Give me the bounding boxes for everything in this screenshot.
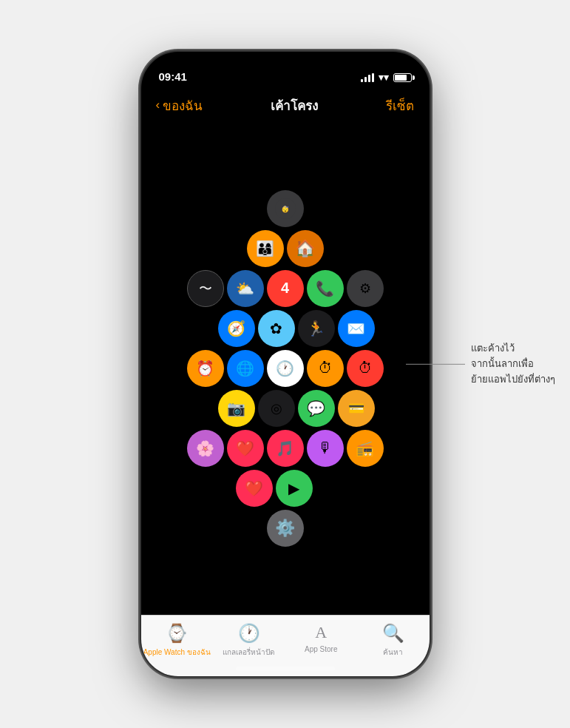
nav-bar: ‹ ของฉัน เค้าโครง รีเซ็ต (141, 89, 430, 121)
app-icon-timer[interactable]: ⏱ (307, 350, 344, 387)
home-indicator (236, 667, 335, 670)
app-icon-sleep[interactable]: 😴 (267, 190, 304, 227)
app-store-tab-icon: A (315, 623, 327, 642)
app-icon-home[interactable]: 🏠 (287, 230, 324, 267)
app-icon-weather[interactable]: ⛅ (227, 270, 264, 307)
app-icon-messages[interactable]: 💬 (298, 390, 335, 427)
app-icon-tv[interactable]: ▶ (276, 470, 313, 507)
tab-item-search[interactable]: 🔍 ค้นหา (357, 623, 430, 658)
app-store-tab-label: App Store (305, 645, 337, 653)
app-row-6: 📷 ◎ 💬 💳 (218, 390, 375, 427)
app-icon-phone[interactable]: 📞 (307, 270, 344, 307)
app-icon-activity-rings[interactable]: ◎ (258, 390, 295, 427)
app-row-5: ⏰ 🌐 🕐 ⏱ ⏱ (187, 350, 384, 387)
svg-text:😴: 😴 (282, 205, 289, 212)
phone-frame: 09:41 ▾▾ ‹ ของฉัน เค้าโครง รี (141, 52, 430, 676)
app-icon-walkie-talkie[interactable]: 📻 (347, 430, 384, 467)
app-icon-family[interactable]: 👨‍👩‍👦 (247, 230, 284, 267)
tab-item-app-store[interactable]: A App Store (285, 623, 358, 653)
app-icon-music[interactable]: 🎵 (267, 430, 304, 467)
app-icon-settings[interactable]: ⚙️ (267, 510, 304, 547)
back-button[interactable]: ‹ ของฉัน (156, 95, 203, 115)
app-icon-camera-remote[interactable]: 📷 (218, 390, 255, 427)
app-icon-wallet[interactable]: 💳 (338, 390, 375, 427)
main-content: 😴 👨‍👩‍👦 🏠 〜 (141, 121, 430, 615)
face-gallery-tab-icon: 🕐 (238, 623, 260, 644)
back-label: ของฉัน (163, 95, 203, 115)
app-icon-stopwatch[interactable]: ⏱ (347, 350, 384, 387)
status-icons: ▾▾ (361, 72, 412, 83)
chevron-left-icon: ‹ (156, 98, 160, 112)
nav-title: เค้าโครง (271, 95, 318, 115)
app-icon-alarm[interactable]: ⏰ (187, 350, 224, 387)
app-row-1: 😴 (267, 190, 304, 227)
app-icon-health[interactable]: ❤️ (227, 430, 264, 467)
wifi-icon: ▾▾ (379, 72, 389, 83)
app-icon-maps[interactable]: 🧭 (218, 310, 255, 347)
notch (230, 52, 341, 74)
app-icon-photos[interactable]: 🌸 (187, 430, 224, 467)
watch-tab-icon: ⌚ (166, 623, 188, 644)
search-tab-label: ค้นหา (383, 647, 403, 658)
app-icon-remote[interactable]: ⚙ (347, 270, 384, 307)
reset-button[interactable]: รีเซ็ต (386, 95, 414, 115)
battery-icon (393, 73, 412, 82)
app-icon-calendar[interactable]: 4 (267, 270, 304, 307)
tab-item-watch[interactable]: ⌚ Apple Watch ของฉัน (141, 623, 214, 658)
app-icon-world-clock[interactable]: 🌐 (227, 350, 264, 387)
signal-icon (361, 73, 374, 82)
watch-tab-label: Apple Watch ของฉัน (143, 647, 211, 658)
search-tab-icon: 🔍 (382, 623, 404, 644)
annotation-line (406, 363, 465, 364)
app-icon-breathe[interactable]: ✿ (258, 310, 295, 347)
annotation-container: แตะค้างไว้ จากนั้นลากเพื่อ ย้ายแอพไปยังท… (406, 341, 555, 387)
app-icon-ecg[interactable]: 〜 (187, 270, 224, 307)
app-icon-heart-rate[interactable]: ❤️ (236, 470, 273, 507)
annotation-text: แตะค้างไว้ จากนั้นลากเพื่อ ย้ายแอพไปยังท… (471, 341, 555, 387)
face-gallery-tab-label: แกลเลอรี่หน้าปัด (223, 647, 275, 658)
tab-item-face-gallery[interactable]: 🕐 แกลเลอรี่หน้าปัด (213, 623, 285, 658)
app-row-4: 🧭 ✿ 🏃 ✉️ (218, 310, 375, 347)
app-icon-mail[interactable]: ✉️ (338, 310, 375, 347)
app-row-8: ❤️ ▶ (236, 470, 313, 507)
app-grid: 😴 👨‍👩‍👦 🏠 〜 (174, 154, 396, 583)
app-row-3: 〜 ⛅ 4 📞 ⚙ (187, 270, 384, 307)
app-row-7: 🌸 ❤️ 🎵 🎙 📻 (187, 430, 384, 467)
app-icon-workout[interactable]: 🏃 (298, 310, 335, 347)
app-icon-clock[interactable]: 🕐 (267, 350, 304, 387)
app-icon-podcasts[interactable]: 🎙 (307, 430, 344, 467)
app-row-2: 👨‍👩‍👦 🏠 (247, 230, 324, 267)
app-row-9: ⚙️ (267, 510, 304, 547)
